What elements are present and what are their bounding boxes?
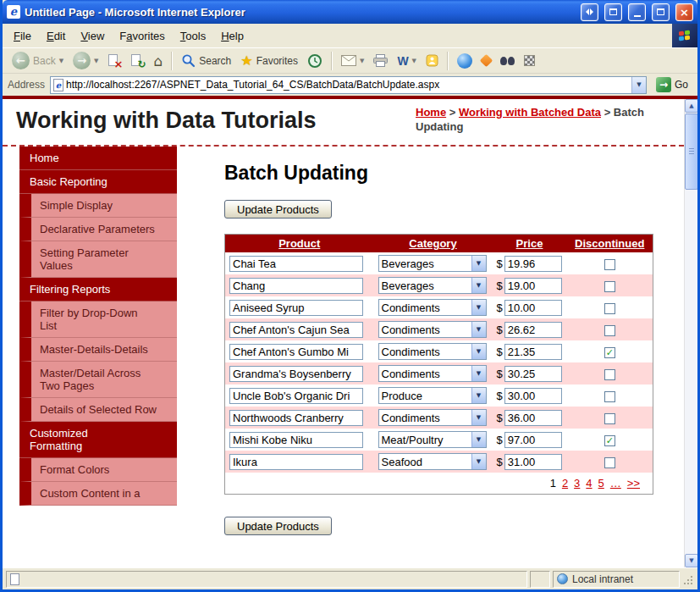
category-select[interactable]: Seafood▼ bbox=[378, 453, 487, 470]
sidebar-item-master-detail-across-two-pages[interactable]: Master/Detail Across Two Pages bbox=[19, 362, 177, 398]
pager-link-3[interactable]: 3 bbox=[574, 477, 580, 490]
scroll-up-button[interactable]: ▲ bbox=[685, 99, 697, 113]
discontinued-checkbox[interactable] bbox=[604, 303, 615, 314]
category-select[interactable]: Condiments▼ bbox=[378, 321, 487, 338]
discontinued-checkbox[interactable] bbox=[604, 413, 615, 424]
resize-grip[interactable] bbox=[682, 572, 694, 587]
price-input[interactable] bbox=[504, 432, 562, 448]
discontinued-checkbox[interactable] bbox=[604, 259, 615, 270]
fullscreen-button[interactable] bbox=[604, 3, 622, 21]
menu-item-view[interactable]: View bbox=[73, 25, 112, 47]
category-select[interactable]: Condiments▼ bbox=[378, 365, 487, 382]
pan-arrows-button[interactable] bbox=[581, 3, 598, 21]
address-dropdown-button[interactable]: ▼ bbox=[631, 77, 646, 93]
sidebar-item-simple-display[interactable]: Simple Display bbox=[19, 194, 177, 218]
category-select[interactable]: Condiments▼ bbox=[378, 343, 487, 360]
price-input[interactable] bbox=[504, 300, 562, 316]
discontinued-checkbox[interactable] bbox=[604, 325, 615, 336]
price-input[interactable] bbox=[504, 344, 562, 360]
vertical-scrollbar[interactable]: ▲ ▼ bbox=[684, 99, 697, 567]
product-input[interactable] bbox=[229, 432, 363, 448]
menu-item-edit[interactable]: Edit bbox=[39, 25, 73, 47]
product-input[interactable] bbox=[229, 388, 363, 404]
category-select[interactable]: Beverages▼ bbox=[378, 277, 487, 294]
product-input[interactable] bbox=[229, 410, 363, 426]
favorites-button[interactable]: ★ Favorites bbox=[236, 49, 302, 72]
product-input[interactable] bbox=[229, 366, 363, 382]
sidebar-item-filtering-reports[interactable]: Filtering Reports bbox=[19, 278, 177, 302]
scroll-down-button[interactable]: ▼ bbox=[685, 554, 697, 567]
search-button[interactable]: Search bbox=[177, 49, 235, 72]
column-header-product[interactable]: Product bbox=[225, 235, 374, 253]
sidebar-item-master-details-details[interactable]: Master-Details-Details bbox=[19, 338, 177, 362]
minimize-button[interactable] bbox=[628, 3, 646, 21]
pager-link-next[interactable]: >> bbox=[627, 477, 640, 490]
category-select[interactable]: Beverages▼ bbox=[378, 255, 487, 272]
sidebar-item-details-of-selected-row[interactable]: Details of Selected Row bbox=[19, 398, 177, 422]
sidebar-item-customized-formatting[interactable]: Customized Formatting bbox=[19, 422, 177, 458]
forward-button[interactable]: → ▼ bbox=[69, 49, 102, 72]
price-input[interactable] bbox=[504, 388, 562, 404]
stop-button[interactable]: × bbox=[103, 49, 125, 72]
go-button[interactable]: → Go bbox=[652, 76, 692, 93]
sidebar-item-format-colors[interactable]: Format Colors bbox=[19, 458, 177, 482]
sidebar-item-setting-parameter-values[interactable]: Setting Parameter Values bbox=[19, 241, 177, 278]
breadcrumb-link-working-with-batched-data[interactable]: Working with Batched Data bbox=[459, 106, 601, 119]
discontinued-checkbox[interactable] bbox=[604, 369, 615, 380]
product-input[interactable] bbox=[229, 300, 363, 316]
category-select[interactable]: Meat/Poultry▼ bbox=[378, 431, 487, 448]
history-button[interactable] bbox=[303, 49, 327, 72]
product-input[interactable] bbox=[229, 322, 363, 338]
column-header-category[interactable]: Category bbox=[374, 235, 493, 253]
messenger-button[interactable] bbox=[422, 49, 443, 72]
sidebar-item-basic-reporting[interactable]: Basic Reporting bbox=[19, 170, 177, 194]
product-input[interactable] bbox=[229, 278, 363, 294]
maximize-button[interactable] bbox=[652, 3, 670, 21]
category-select[interactable]: Condiments▼ bbox=[378, 409, 487, 426]
update-products-button-bottom[interactable]: Update Products bbox=[224, 517, 332, 535]
pager-link-4[interactable]: 4 bbox=[586, 477, 592, 490]
column-header-discontinued[interactable]: Discontinued bbox=[567, 235, 653, 253]
scrollbar-thumb[interactable] bbox=[685, 113, 697, 190]
discontinued-checkbox[interactable] bbox=[604, 457, 615, 468]
close-button[interactable]: × bbox=[675, 3, 693, 21]
breadcrumb-link-home[interactable]: Home bbox=[416, 106, 446, 119]
refresh-button[interactable]: ↻ bbox=[126, 49, 148, 72]
price-input[interactable] bbox=[504, 454, 562, 470]
mail-button[interactable]: ▼ bbox=[337, 49, 368, 72]
ie-page-icon[interactable]: e bbox=[7, 5, 20, 19]
product-input[interactable] bbox=[229, 344, 363, 360]
column-header-price[interactable]: Price bbox=[493, 235, 567, 253]
edit-button[interactable]: W ▼ bbox=[393, 49, 421, 72]
product-input[interactable] bbox=[229, 256, 363, 272]
home-button[interactable]: ⌂ bbox=[149, 49, 167, 72]
sidebar-item-home[interactable]: Home bbox=[19, 147, 177, 170]
price-input[interactable] bbox=[504, 278, 562, 294]
category-select[interactable]: Produce▼ bbox=[378, 387, 487, 404]
sidebar-item-declarative-parameters[interactable]: Declarative Parameters bbox=[19, 218, 177, 241]
title-bar[interactable]: e Untitled Page - Microsoft Internet Exp… bbox=[3, 0, 697, 24]
menu-item-file[interactable]: File bbox=[6, 25, 39, 47]
update-products-button-top[interactable]: Update Products bbox=[224, 200, 332, 219]
discontinued-checkbox[interactable]: ✓ bbox=[604, 347, 615, 358]
discontinued-checkbox[interactable] bbox=[604, 281, 615, 292]
category-select[interactable]: Condiments▼ bbox=[378, 299, 487, 316]
sidebar-item-filter-by-drop-down-list[interactable]: Filter by Drop-Down List bbox=[19, 302, 177, 338]
price-input[interactable] bbox=[504, 366, 562, 382]
price-input[interactable] bbox=[504, 256, 562, 272]
menu-item-help[interactable]: Help bbox=[213, 25, 251, 47]
menu-item-tools[interactable]: Tools bbox=[173, 25, 213, 47]
discontinued-checkbox[interactable] bbox=[604, 391, 615, 402]
sidebar-item-custom-content-in-a[interactable]: Custom Content in a bbox=[19, 482, 177, 506]
pager-link-5[interactable]: 5 bbox=[598, 477, 604, 490]
pager-link-next[interactable]: … bbox=[610, 477, 621, 490]
research-button[interactable] bbox=[496, 49, 519, 72]
discontinued-checkbox[interactable]: ✓ bbox=[604, 435, 615, 446]
print-button[interactable] bbox=[369, 49, 392, 72]
grid-button[interactable] bbox=[520, 49, 539, 72]
menu-item-favorites[interactable]: Favorites bbox=[112, 25, 172, 47]
diamond-button[interactable] bbox=[477, 49, 495, 72]
pager-link-2[interactable]: 2 bbox=[562, 477, 568, 490]
address-input[interactable] bbox=[63, 78, 631, 92]
sphere-button[interactable] bbox=[453, 49, 477, 72]
